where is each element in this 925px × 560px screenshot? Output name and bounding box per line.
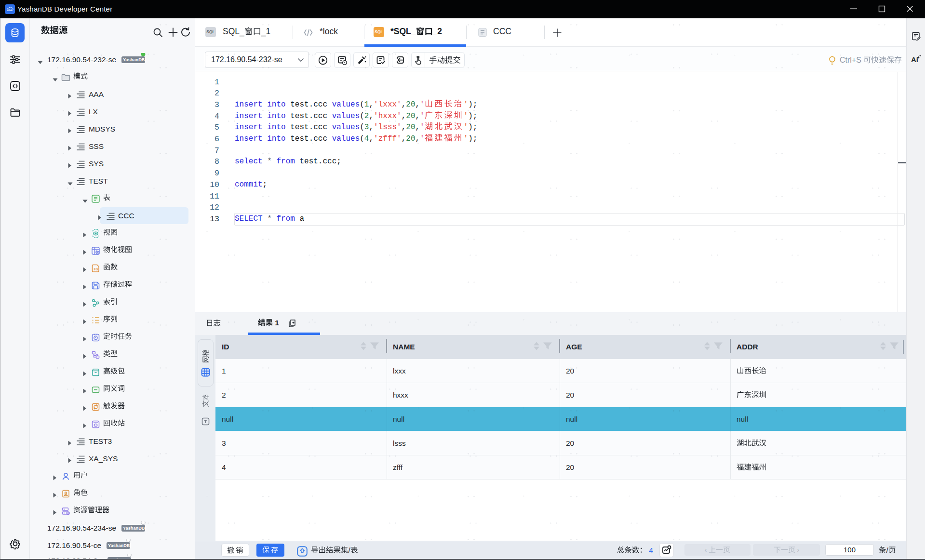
svg-text:YashanDB: YashanDB: [123, 526, 145, 531]
svg-text:YashanDB: YashanDB: [123, 57, 145, 62]
svg-text:Fx: Fx: [94, 267, 99, 271]
svg-text:Ai: Ai: [911, 55, 918, 64]
svg-text:YashanDB: YashanDB: [108, 543, 130, 548]
